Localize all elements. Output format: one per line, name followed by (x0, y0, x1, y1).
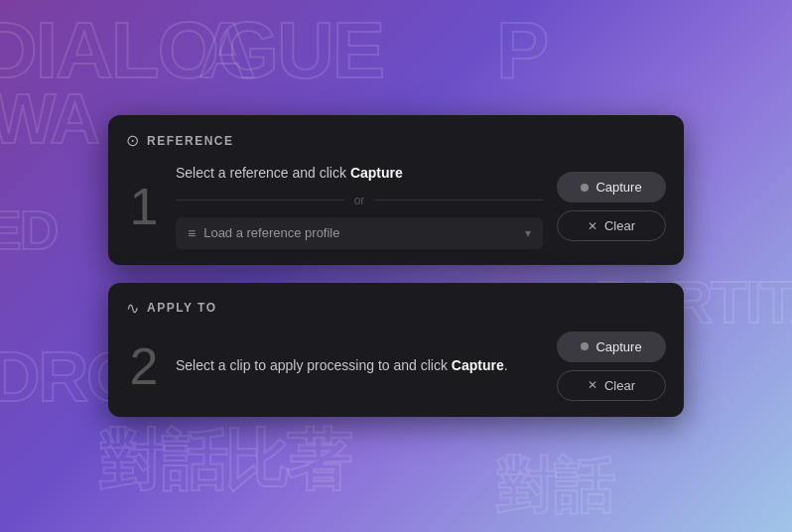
reference-icon: ⊙ (126, 131, 139, 150)
reference-panel-header: ⊙ REFERENCE (126, 131, 666, 150)
reference-text-bold: Capture (350, 165, 403, 181)
main-content: ⊙ REFERENCE 1 Select a reference and cli… (0, 0, 792, 532)
apply-main-text: Select a clip to apply processing to and… (176, 356, 543, 376)
reference-step-number: 1 (126, 181, 162, 232)
apply-step-number: 2 (126, 340, 162, 392)
apply-text-prefix: Select a clip to apply processing to and… (176, 357, 452, 373)
reference-text-prefix: Select a reference and click (176, 165, 350, 181)
waveform-icon: ∿ (126, 299, 139, 318)
apply-panel-title: APPLY TO (147, 301, 216, 315)
apply-text-bold: Capture (452, 357, 504, 373)
reference-panel-body: 1 Select a reference and click Capture o… (126, 164, 666, 249)
x-icon: ✕ (588, 219, 597, 233)
apply-clear-button[interactable]: ✕ Clear (557, 370, 666, 401)
apply-panel-body: 2 Select a clip to apply processing to a… (126, 332, 666, 401)
reference-capture-label: Capture (595, 180, 641, 195)
reference-dropdown-label: Load a reference profile (203, 225, 517, 240)
reference-panel-actions: Capture ✕ Clear (557, 172, 666, 241)
chevron-down-icon: ▾ (525, 226, 531, 240)
apply-panel-header: ∿ APPLY TO (126, 299, 666, 318)
reference-capture-button[interactable]: Capture (557, 172, 666, 202)
reference-main-text: Select a reference and click Capture (176, 164, 543, 184)
apply-capture-dot-icon (581, 342, 589, 350)
apply-panel-center: Select a clip to apply processing to and… (176, 356, 543, 376)
reference-divider-text: or (354, 194, 365, 207)
reference-panel-center: Select a reference and click Capture or … (176, 164, 543, 249)
reference-clear-label: Clear (604, 218, 635, 233)
reference-divider-left (176, 200, 344, 200)
apply-panel-actions: Capture ✕ Clear (557, 332, 666, 401)
apply-capture-label: Capture (595, 339, 641, 354)
reference-divider-row: or (176, 194, 543, 207)
reference-dropdown[interactable]: ≡ Load a reference profile ▾ (176, 217, 543, 249)
apply-text-suffix: . (504, 357, 508, 373)
reference-panel: ⊙ REFERENCE 1 Select a reference and cli… (108, 115, 684, 265)
reference-panel-title: REFERENCE (147, 134, 234, 148)
reference-clear-button[interactable]: ✕ Clear (557, 210, 666, 241)
apply-panel: ∿ APPLY TO 2 Select a clip to apply proc… (108, 283, 684, 417)
capture-dot-icon (581, 184, 589, 192)
apply-clear-label: Clear (604, 378, 635, 393)
apply-capture-button[interactable]: Capture (557, 332, 666, 362)
apply-x-icon: ✕ (588, 378, 597, 392)
reference-divider-right (374, 200, 543, 200)
hamburger-icon: ≡ (188, 225, 196, 241)
